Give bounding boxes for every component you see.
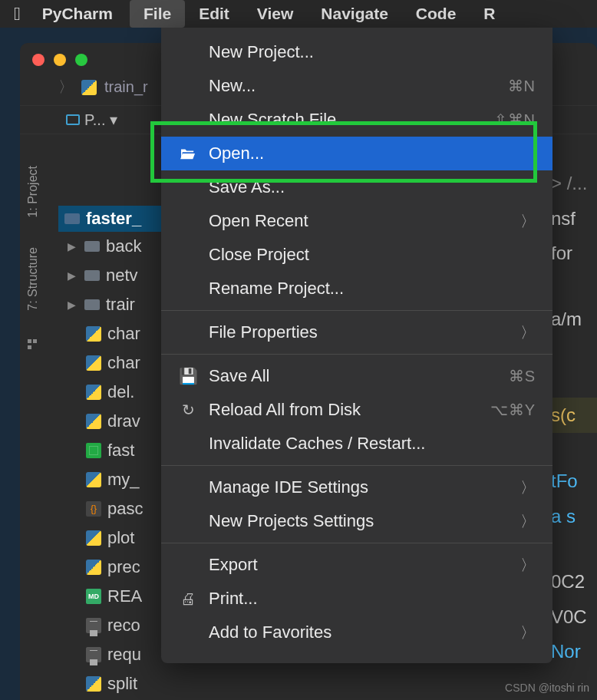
- menu-item-new-scratch-file[interactable]: New Scratch File⇧⌘N: [161, 103, 552, 137]
- menu-item-label: Export: [209, 555, 510, 575]
- tree-item-label: drav: [107, 411, 140, 431]
- menu-item-new-projects-settings[interactable]: New Projects Settings〉: [161, 504, 552, 538]
- tree-item-label: char: [107, 324, 140, 344]
- menu-item-label: New Scratch File: [209, 110, 483, 130]
- menu-item-label: Manage IDE Settings: [209, 477, 510, 497]
- tree-item-label: plot: [107, 528, 134, 548]
- tree-item-label: back: [106, 236, 141, 256]
- chevron-right-icon: 〉: [520, 322, 536, 343]
- menu-item-label: Add to Favorites: [209, 622, 510, 642]
- python-file-icon: [86, 676, 101, 692]
- menu-item-label: Rename Project...: [209, 279, 536, 299]
- menubar-item-code[interactable]: Code: [402, 0, 470, 28]
- python-file-icon: [86, 326, 101, 342]
- menubar-item-navigate[interactable]: Navigate: [307, 0, 402, 28]
- menu-item-file-properties[interactable]: File Properties〉: [161, 315, 552, 349]
- chevron-right-icon: 〉: [520, 622, 536, 643]
- code-fragment: for: [551, 236, 597, 271]
- python-file-icon: [86, 560, 101, 575]
- chevron-right-icon: ▶: [68, 269, 78, 282]
- code-fragment: s(c: [551, 398, 597, 433]
- structure-icon[interactable]: [28, 339, 38, 350]
- breadcrumb-file: train_r: [104, 78, 148, 96]
- folder-icon: [84, 241, 100, 252]
- code-fragment: a s: [551, 499, 597, 534]
- chevron-right-icon: 〉: [520, 211, 536, 232]
- menu-item-new-project[interactable]: New Project...: [161, 35, 552, 69]
- tree-item-label: char: [107, 353, 140, 373]
- tree-root-label: faster_: [86, 209, 141, 229]
- menu-item-label: New...: [209, 76, 497, 96]
- tab-label: 7: Structure: [26, 247, 40, 311]
- save-icon: 💾: [179, 367, 198, 385]
- folder-icon: [64, 213, 80, 224]
- project-tool-tab[interactable]: 1: Project: [26, 166, 40, 218]
- tree-item-label: requ: [107, 645, 141, 665]
- menu-item-label: Invalidate Caches / Restart...: [209, 434, 536, 454]
- menu-item-open[interactable]: Open...: [161, 137, 552, 170]
- chevron-down-icon: ▾: [110, 111, 117, 129]
- menu-shortcut: ⌘S: [509, 367, 536, 385]
- chevron-right-icon: ▶: [68, 299, 78, 311]
- menu-item-label: New Project...: [209, 42, 536, 62]
- menubar-item-file[interactable]: File: [130, 0, 185, 28]
- tree-item-label: my_: [107, 470, 140, 490]
- menu-shortcut: ⌘N: [508, 77, 536, 95]
- menu-item-open-recent[interactable]: Open Recent〉: [161, 204, 552, 238]
- menu-shortcut: ⇧⌘N: [494, 111, 536, 129]
- menu-item-save-all[interactable]: 💾Save All⌘S: [161, 359, 552, 393]
- zoom-window-icon[interactable]: [75, 54, 87, 66]
- menu-item-label: Open Recent: [209, 211, 510, 231]
- project-selector[interactable]: P... ▾: [58, 111, 125, 129]
- project-selector-label: P...: [84, 111, 105, 129]
- close-window-icon[interactable]: [32, 54, 45, 66]
- tree-file[interactable]: split: [58, 669, 189, 698]
- menu-item-save-as[interactable]: Save As...: [161, 170, 552, 204]
- tree-item-label: fast: [107, 441, 134, 461]
- menubar-item-view[interactable]: View: [243, 0, 307, 28]
- menubar-app-name[interactable]: PyCharm: [42, 5, 113, 23]
- tree-item-label: pasc: [107, 499, 143, 519]
- markdown-file-icon: MD: [86, 589, 101, 604]
- menu-item-reload-all-from-disk[interactable]: ↻Reload All from Disk⌥⌘Y: [161, 393, 552, 427]
- menu-item-label: Save As...: [209, 177, 536, 197]
- text-file-icon: [86, 647, 101, 662]
- menu-item-rename-project[interactable]: Rename Project...: [161, 272, 552, 305]
- code-fragment: tFo: [551, 464, 597, 499]
- folder-icon: [84, 299, 100, 310]
- menu-separator: [161, 310, 552, 311]
- reload-icon: ↻: [182, 401, 195, 419]
- menu-item-export[interactable]: Export〉: [161, 548, 552, 582]
- python-file-icon: [86, 385, 101, 400]
- menu-item-label: Open...: [209, 144, 536, 163]
- menu-item-manage-ide-settings[interactable]: Manage IDE Settings〉: [161, 471, 552, 504]
- chevron-right-icon: 〉: [520, 477, 536, 498]
- menu-separator: [161, 465, 552, 466]
- python-file-icon: [86, 355, 101, 371]
- print-icon: 🖨: [180, 590, 196, 608]
- tree-item-label: reco: [107, 616, 140, 636]
- chevron-right-icon: ▶: [68, 240, 78, 253]
- menu-item-add-to-favorites[interactable]: Add to Favorites〉: [161, 616, 552, 649]
- apple-logo-icon[interactable]: : [14, 3, 21, 25]
- menu-item-label: Reload All from Disk: [209, 400, 480, 420]
- menu-item-close-project[interactable]: Close Project: [161, 238, 552, 272]
- menubar-item-edit[interactable]: Edit: [185, 0, 243, 28]
- chevron-right-icon: 〉: [58, 77, 74, 97]
- structure-tool-tab[interactable]: 7: Structure: [26, 247, 40, 311]
- menu-separator: [161, 354, 552, 355]
- python-file-icon: [86, 530, 101, 546]
- editor-peek: > /...nsffora/ms(ctFoa s0C2V0CNor: [551, 166, 597, 669]
- menu-item-label: Print...: [209, 589, 536, 609]
- menubar-item-r[interactable]: R: [470, 0, 509, 28]
- menu-item-label: Close Project: [209, 245, 536, 265]
- code-fragment: a/m: [551, 302, 597, 337]
- image-file-icon: [86, 443, 101, 458]
- menu-item-print[interactable]: 🖨Print...: [161, 582, 552, 616]
- tree-item-label: REA: [107, 586, 142, 606]
- minimize-window-icon[interactable]: [54, 54, 66, 66]
- watermark: CSDN @itoshi rin: [505, 682, 589, 694]
- menu-item-invalidate-caches-restart[interactable]: Invalidate Caches / Restart...: [161, 427, 552, 461]
- menu-item-new[interactable]: New...⌘N: [161, 69, 552, 103]
- macos-menubar:  PyCharm File Edit View Navigate Code R: [0, 0, 597, 28]
